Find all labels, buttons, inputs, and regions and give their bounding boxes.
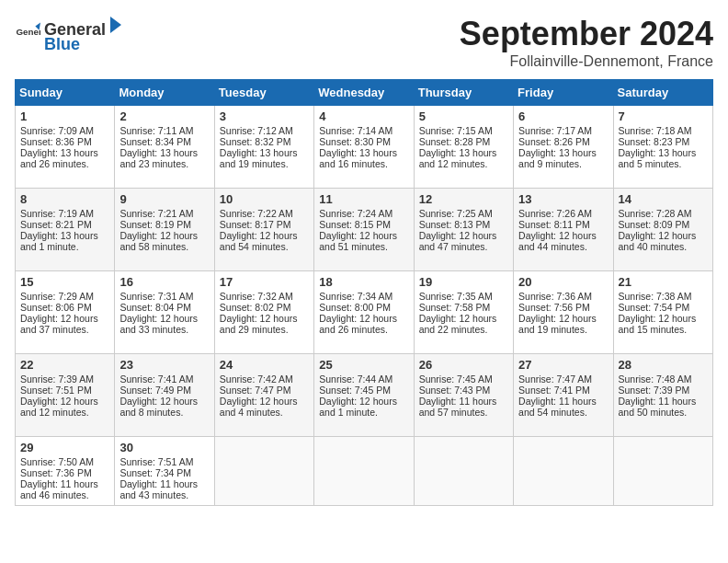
location-title: Follainville-Dennemont, France <box>460 53 713 70</box>
day-25: 25 Sunrise: 7:44 AMSunset: 7:45 PMDaylig… <box>314 354 414 437</box>
col-monday: Monday <box>115 80 214 106</box>
logo-arrow-icon <box>107 15 123 35</box>
day-29: 29 Sunrise: 7:50 AMSunset: 7:36 PMDaylig… <box>16 437 115 506</box>
logo-icon: General <box>15 21 40 47</box>
day-9: 9 Sunrise: 7:21 AMSunset: 8:19 PMDayligh… <box>115 189 214 271</box>
day-26: 26 Sunrise: 7:45 AMSunset: 7:43 PMDaylig… <box>414 354 513 437</box>
day-27: 27 Sunrise: 7:47 AMSunset: 7:41 PMDaylig… <box>514 354 613 437</box>
month-year-title: September 2024 <box>460 15 713 53</box>
day-14: 14 Sunrise: 7:28 AMSunset: 8:09 PMDaylig… <box>613 189 712 271</box>
empty-cell-3 <box>414 437 513 506</box>
col-saturday: Saturday <box>613 80 712 106</box>
empty-cell-1 <box>214 437 313 506</box>
day-11: 11 Sunrise: 7:24 AMSunset: 8:15 PMDaylig… <box>314 189 414 271</box>
calendar-week-5: 29 Sunrise: 7:50 AMSunset: 7:36 PMDaylig… <box>16 437 713 506</box>
day-28: 28 Sunrise: 7:48 AMSunset: 7:39 PMDaylig… <box>613 354 712 437</box>
day-7: 7 Sunrise: 7:18 AMSunset: 8:23 PMDayligh… <box>613 106 712 189</box>
calendar-week-2: 8 Sunrise: 7:19 AMSunset: 8:21 PMDayligh… <box>16 189 713 271</box>
col-tuesday: Tuesday <box>214 80 313 106</box>
page-header: General General Blue September 2024 Foll… <box>15 15 713 70</box>
day-22: 22 Sunrise: 7:39 AMSunset: 7:51 PMDaylig… <box>16 354 115 437</box>
day-16: 16 Sunrise: 7:31 AMSunset: 8:04 PMDaylig… <box>115 271 214 354</box>
day-19: 19 Sunrise: 7:35 AMSunset: 7:58 PMDaylig… <box>414 271 513 354</box>
day-18: 18 Sunrise: 7:34 AMSunset: 8:00 PMDaylig… <box>314 271 414 354</box>
calendar-table: Sunday Monday Tuesday Wednesday Thursday… <box>15 79 713 506</box>
col-sunday: Sunday <box>16 80 115 106</box>
day-21: 21 Sunrise: 7:38 AMSunset: 7:54 PMDaylig… <box>613 271 712 354</box>
day-6: 6 Sunrise: 7:17 AMSunset: 8:26 PMDayligh… <box>514 106 613 189</box>
svg-text:General: General <box>16 27 40 37</box>
col-thursday: Thursday <box>414 80 513 106</box>
col-friday: Friday <box>514 80 613 106</box>
day-3: 3 Sunrise: 7:12 AMSunset: 8:32 PMDayligh… <box>214 106 313 189</box>
empty-cell-5 <box>613 437 712 506</box>
day-1: 1 Sunrise: 7:09 AMSunset: 8:36 PMDayligh… <box>16 106 115 189</box>
calendar-week-4: 22 Sunrise: 7:39 AMSunset: 7:51 PMDaylig… <box>16 354 713 437</box>
title-area: September 2024 Follainville-Dennemont, F… <box>460 15 713 70</box>
col-wednesday: Wednesday <box>314 80 414 106</box>
day-4: 4 Sunrise: 7:14 AMSunset: 8:30 PMDayligh… <box>314 106 414 189</box>
day-20: 20 Sunrise: 7:36 AMSunset: 7:56 PMDaylig… <box>514 271 613 354</box>
day-8: 8 Sunrise: 7:19 AMSunset: 8:21 PMDayligh… <box>16 189 115 271</box>
svg-marker-2 <box>110 17 121 33</box>
empty-cell-2 <box>314 437 414 506</box>
day-10: 10 Sunrise: 7:22 AMSunset: 8:17 PMDaylig… <box>214 189 313 271</box>
day-13: 13 Sunrise: 7:26 AMSunset: 8:11 PMDaylig… <box>514 189 613 271</box>
day-15: 15 Sunrise: 7:29 AMSunset: 8:06 PMDaylig… <box>16 271 115 354</box>
day-17: 17 Sunrise: 7:32 AMSunset: 8:02 PMDaylig… <box>214 271 313 354</box>
empty-cell-4 <box>514 437 613 506</box>
calendar-header-row: Sunday Monday Tuesday Wednesday Thursday… <box>16 80 713 106</box>
calendar-week-1: 1 Sunrise: 7:09 AMSunset: 8:36 PMDayligh… <box>16 106 713 189</box>
day-24: 24 Sunrise: 7:42 AMSunset: 7:47 PMDaylig… <box>214 354 313 437</box>
day-2: 2 Sunrise: 7:11 AMSunset: 8:34 PMDayligh… <box>115 106 214 189</box>
day-23: 23 Sunrise: 7:41 AMSunset: 7:49 PMDaylig… <box>115 354 214 437</box>
day-30: 30 Sunrise: 7:51 AMSunset: 7:34 PMDaylig… <box>115 437 214 506</box>
logo: General General Blue <box>15 15 124 52</box>
calendar-week-3: 15 Sunrise: 7:29 AMSunset: 8:06 PMDaylig… <box>16 271 713 354</box>
day-12: 12 Sunrise: 7:25 AMSunset: 8:13 PMDaylig… <box>414 189 513 271</box>
day-5: 5 Sunrise: 7:15 AMSunset: 8:28 PMDayligh… <box>414 106 513 189</box>
